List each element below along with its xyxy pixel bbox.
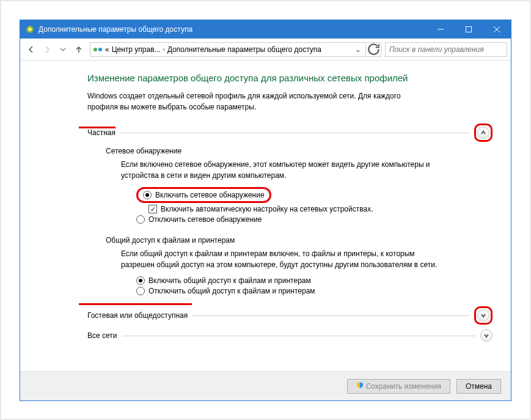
section-private[interactable]: Частная	[87, 123, 493, 142]
radio-icon	[143, 191, 152, 199]
section-allnets-label: Все сети	[87, 331, 117, 340]
annotation-highlight	[474, 306, 493, 325]
breadcrumb[interactable]: « Центр управ... › Дополнительные параме…	[90, 42, 366, 57]
radio-icon	[136, 287, 145, 295]
breadcrumb-dropdown[interactable]: ⌄	[353, 45, 363, 54]
checkbox-label: Включить автоматическую настройку на сет…	[161, 205, 373, 213]
radio-label: Отключить сетевое обнаружение	[148, 215, 262, 224]
checkbox-auto-setup[interactable]: Включить автоматическую настройку на сет…	[148, 205, 493, 213]
minimize-button[interactable]	[427, 20, 455, 39]
discovery-desc: Если включено сетевое обнаружение, этот …	[121, 159, 439, 181]
radio-label: Отключить общий доступ к файлам и принте…	[148, 287, 315, 295]
window-title: Дополнительные параметры общего доступа	[38, 25, 427, 34]
annotation-underline	[79, 303, 192, 305]
radio-sharing-on[interactable]: Включить общий доступ к файлам и принтер…	[136, 276, 493, 285]
annotation-highlight	[474, 123, 493, 142]
expand-button[interactable]	[477, 309, 489, 322]
radio-icon	[136, 215, 145, 224]
svg-rect-3	[466, 27, 472, 32]
chevron-right-icon: ›	[163, 46, 165, 53]
breadcrumb-item-2[interactable]: Дополнительные параметры общего доступа	[167, 45, 321, 54]
page-title: Изменение параметров общего доступа для …	[87, 73, 493, 83]
content-area: Изменение параметров общего доступа для …	[20, 61, 511, 371]
back-button[interactable]	[24, 42, 38, 57]
page-description: Windows создает отдельный сетевой профил…	[87, 90, 430, 112]
svg-point-1	[28, 28, 32, 31]
navigation-bar: « Центр управ... › Дополнительные параме…	[20, 39, 511, 61]
sharing-label: Общий доступ к файлам и принтерам	[106, 236, 493, 245]
save-button[interactable]: Сохранить изменения	[347, 379, 450, 394]
titlebar: Дополнительные параметры общего доступа	[20, 20, 511, 39]
section-allnets[interactable]: Все сети	[87, 330, 493, 342]
save-label: Сохранить изменения	[366, 382, 441, 391]
expand-button[interactable]	[480, 330, 493, 342]
radio-sharing-off[interactable]: Отключить общий доступ к файлам и принте…	[136, 287, 493, 295]
search-input[interactable]	[385, 42, 507, 57]
section-private-label: Частная	[87, 128, 115, 137]
forward-button[interactable]	[40, 42, 54, 57]
breadcrumb-item-1[interactable]: Центр управ...	[112, 45, 161, 54]
network-icon	[93, 45, 103, 54]
section-guest-label: Гостевая или общедоступная	[87, 311, 188, 320]
shield-icon	[356, 381, 364, 391]
radio-discovery-on[interactable]: Включить сетевое обнаружение	[136, 187, 493, 203]
radio-label: Включить сетевое обнаружение	[155, 191, 265, 199]
sharing-desc: Если общий доступ к файлам и принтерам в…	[121, 248, 439, 270]
recent-dropdown[interactable]	[56, 42, 70, 57]
radio-discovery-off[interactable]: Отключить сетевое обнаружение	[136, 215, 493, 224]
annotation-highlight: Включить сетевое обнаружение	[136, 187, 271, 203]
cancel-label: Отмена	[466, 382, 492, 391]
close-button[interactable]	[483, 20, 511, 39]
up-button[interactable]	[71, 42, 86, 57]
radio-label: Включить общий доступ к файлам и принтер…	[148, 276, 311, 285]
checkbox-icon	[148, 205, 157, 213]
collapse-button[interactable]	[477, 127, 489, 139]
annotation-underline	[79, 127, 115, 128]
refresh-button[interactable]	[367, 42, 381, 57]
svg-point-7	[98, 48, 102, 51]
cancel-button[interactable]: Отмена	[456, 379, 501, 394]
control-panel-window: Дополнительные параметры общего доступа …	[20, 20, 511, 401]
discovery-label: Сетевое обнаружение	[106, 147, 493, 155]
breadcrumb-prefix: «	[105, 45, 109, 54]
section-guest[interactable]: Гостевая или общедоступная	[87, 306, 493, 325]
svg-point-6	[93, 48, 97, 51]
maximize-button[interactable]	[455, 20, 483, 39]
radio-icon	[136, 276, 145, 285]
footer: Сохранить изменения Отмена	[20, 371, 511, 400]
app-icon	[25, 24, 35, 34]
